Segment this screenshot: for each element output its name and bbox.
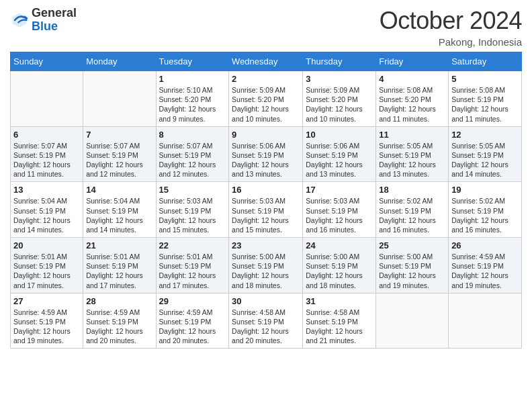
day-number: 13 <box>13 185 80 195</box>
day-number: 17 <box>306 185 373 195</box>
calendar-week-row: 20Sunrise: 5:01 AMSunset: 5:19 PMDayligh… <box>11 238 522 293</box>
weekday-header-wednesday: Wednesday <box>229 52 303 71</box>
weekday-header-thursday: Thursday <box>303 52 376 71</box>
day-info: Sunrise: 5:10 AMSunset: 5:20 PMDaylight:… <box>159 85 226 124</box>
day-info: Sunrise: 5:08 AMSunset: 5:20 PMDaylight:… <box>379 85 445 124</box>
day-info: Sunrise: 5:05 AMSunset: 5:19 PMDaylight:… <box>451 141 519 179</box>
day-number: 22 <box>159 240 226 250</box>
day-info: Sunrise: 5:00 AMSunset: 5:19 PMDaylight:… <box>232 252 300 290</box>
weekday-header-monday: Monday <box>83 52 156 71</box>
day-info: Sunrise: 5:03 AMSunset: 5:19 PMDaylight:… <box>306 196 373 234</box>
calendar-cell: 14Sunrise: 5:04 AMSunset: 5:19 PMDayligh… <box>83 182 156 238</box>
calendar-cell: 7Sunrise: 5:07 AMSunset: 5:19 PMDaylight… <box>83 126 156 182</box>
calendar-cell: 9Sunrise: 5:06 AMSunset: 5:19 PMDaylight… <box>229 126 303 182</box>
page: General Blue October 2024 Pakong, Indone… <box>0 0 532 411</box>
calendar-cell <box>11 71 83 127</box>
calendar-cell: 4Sunrise: 5:08 AMSunset: 5:20 PMDaylight… <box>376 71 449 127</box>
calendar-cell: 28Sunrise: 4:59 AMSunset: 5:19 PMDayligh… <box>83 293 156 349</box>
day-number: 20 <box>13 240 80 250</box>
day-number: 24 <box>306 240 373 250</box>
calendar-cell <box>376 293 449 349</box>
day-info: Sunrise: 4:59 AMSunset: 5:19 PMDaylight:… <box>159 308 226 346</box>
day-info: Sunrise: 5:02 AMSunset: 5:19 PMDaylight:… <box>451 196 519 234</box>
calendar-cell: 3Sunrise: 5:09 AMSunset: 5:20 PMDaylight… <box>303 71 376 127</box>
day-number: 2 <box>232 74 300 84</box>
day-number: 25 <box>379 240 445 250</box>
day-number: 16 <box>232 185 300 195</box>
day-number: 27 <box>13 296 80 306</box>
calendar-cell <box>449 293 522 349</box>
day-number: 29 <box>159 296 226 306</box>
calendar-cell: 11Sunrise: 5:05 AMSunset: 5:19 PMDayligh… <box>376 126 449 182</box>
day-number: 3 <box>306 74 373 84</box>
day-info: Sunrise: 4:59 AMSunset: 5:19 PMDaylight:… <box>451 252 519 290</box>
day-info: Sunrise: 5:03 AMSunset: 5:19 PMDaylight:… <box>159 196 226 234</box>
day-info: Sunrise: 5:09 AMSunset: 5:20 PMDaylight:… <box>306 85 373 124</box>
calendar-cell: 26Sunrise: 4:59 AMSunset: 5:19 PMDayligh… <box>449 238 522 293</box>
calendar-cell: 18Sunrise: 5:02 AMSunset: 5:19 PMDayligh… <box>376 182 449 238</box>
day-info: Sunrise: 5:07 AMSunset: 5:19 PMDaylight:… <box>159 141 226 179</box>
calendar-cell: 21Sunrise: 5:01 AMSunset: 5:19 PMDayligh… <box>83 238 156 293</box>
calendar-cell: 27Sunrise: 4:59 AMSunset: 5:19 PMDayligh… <box>11 293 83 349</box>
calendar-cell: 20Sunrise: 5:01 AMSunset: 5:19 PMDayligh… <box>11 238 83 293</box>
day-number: 31 <box>306 296 373 306</box>
logo-text: General Blue <box>32 7 77 34</box>
day-number: 10 <box>306 130 373 140</box>
day-info: Sunrise: 4:58 AMSunset: 5:19 PMDaylight:… <box>306 308 373 346</box>
day-info: Sunrise: 5:01 AMSunset: 5:19 PMDaylight:… <box>86 252 152 290</box>
day-number: 23 <box>232 240 300 250</box>
weekday-header-sunday: Sunday <box>11 52 83 71</box>
day-info: Sunrise: 5:02 AMSunset: 5:19 PMDaylight:… <box>379 196 445 234</box>
calendar-week-row: 27Sunrise: 4:59 AMSunset: 5:19 PMDayligh… <box>11 293 522 349</box>
calendar-cell: 15Sunrise: 5:03 AMSunset: 5:19 PMDayligh… <box>156 182 229 238</box>
calendar-cell: 19Sunrise: 5:02 AMSunset: 5:19 PMDayligh… <box>449 182 522 238</box>
calendar-week-row: 6Sunrise: 5:07 AMSunset: 5:19 PMDaylight… <box>11 126 522 182</box>
calendar-cell: 17Sunrise: 5:03 AMSunset: 5:19 PMDayligh… <box>303 182 376 238</box>
day-number: 30 <box>232 296 300 306</box>
day-number: 1 <box>159 74 226 84</box>
day-info: Sunrise: 5:06 AMSunset: 5:19 PMDaylight:… <box>306 141 373 179</box>
calendar-cell: 24Sunrise: 5:00 AMSunset: 5:19 PMDayligh… <box>303 238 376 293</box>
day-info: Sunrise: 5:07 AMSunset: 5:19 PMDaylight:… <box>86 141 152 179</box>
day-info: Sunrise: 5:00 AMSunset: 5:19 PMDaylight:… <box>306 252 373 290</box>
calendar-cell: 5Sunrise: 5:08 AMSunset: 5:19 PMDaylight… <box>449 71 522 127</box>
calendar-cell: 25Sunrise: 5:00 AMSunset: 5:19 PMDayligh… <box>376 238 449 293</box>
logo: General Blue <box>10 7 77 34</box>
day-number: 26 <box>451 240 519 250</box>
day-number: 7 <box>86 130 152 140</box>
day-info: Sunrise: 5:08 AMSunset: 5:19 PMDaylight:… <box>451 85 519 124</box>
calendar-cell: 8Sunrise: 5:07 AMSunset: 5:19 PMDaylight… <box>156 126 229 182</box>
calendar-cell: 13Sunrise: 5:04 AMSunset: 5:19 PMDayligh… <box>11 182 83 238</box>
calendar-week-row: 13Sunrise: 5:04 AMSunset: 5:19 PMDayligh… <box>11 182 522 238</box>
header: General Blue October 2024 Pakong, Indone… <box>10 7 522 48</box>
calendar-cell: 22Sunrise: 5:01 AMSunset: 5:19 PMDayligh… <box>156 238 229 293</box>
calendar-cell: 30Sunrise: 4:58 AMSunset: 5:19 PMDayligh… <box>229 293 303 349</box>
calendar-cell: 29Sunrise: 4:59 AMSunset: 5:19 PMDayligh… <box>156 293 229 349</box>
calendar-week-row: 1Sunrise: 5:10 AMSunset: 5:20 PMDaylight… <box>11 71 522 127</box>
calendar-cell: 10Sunrise: 5:06 AMSunset: 5:19 PMDayligh… <box>303 126 376 182</box>
logo-icon <box>10 11 29 30</box>
location: Pakong, Indonesia <box>380 36 522 48</box>
calendar-table: SundayMondayTuesdayWednesdayThursdayFrid… <box>10 52 522 349</box>
weekday-header-tuesday: Tuesday <box>156 52 229 71</box>
day-number: 18 <box>379 185 445 195</box>
weekday-header-row: SundayMondayTuesdayWednesdayThursdayFrid… <box>11 52 522 71</box>
calendar-cell: 2Sunrise: 5:09 AMSunset: 5:20 PMDaylight… <box>229 71 303 127</box>
calendar-cell: 12Sunrise: 5:05 AMSunset: 5:19 PMDayligh… <box>449 126 522 182</box>
day-number: 4 <box>379 74 445 84</box>
day-info: Sunrise: 5:09 AMSunset: 5:20 PMDaylight:… <box>232 85 300 124</box>
day-info: Sunrise: 4:59 AMSunset: 5:19 PMDaylight:… <box>13 308 80 346</box>
calendar-cell: 6Sunrise: 5:07 AMSunset: 5:19 PMDaylight… <box>11 126 83 182</box>
day-info: Sunrise: 5:04 AMSunset: 5:19 PMDaylight:… <box>13 196 80 234</box>
day-info: Sunrise: 4:58 AMSunset: 5:19 PMDaylight:… <box>232 308 300 346</box>
day-number: 12 <box>451 130 519 140</box>
day-number: 19 <box>451 185 519 195</box>
logo-blue: Blue <box>32 20 77 34</box>
day-info: Sunrise: 5:07 AMSunset: 5:19 PMDaylight:… <box>13 141 80 179</box>
day-number: 9 <box>232 130 300 140</box>
weekday-header-saturday: Saturday <box>449 52 522 71</box>
day-info: Sunrise: 5:00 AMSunset: 5:19 PMDaylight:… <box>379 252 445 290</box>
day-info: Sunrise: 4:59 AMSunset: 5:19 PMDaylight:… <box>86 308 152 346</box>
day-number: 21 <box>86 240 152 250</box>
calendar-cell: 31Sunrise: 4:58 AMSunset: 5:19 PMDayligh… <box>303 293 376 349</box>
